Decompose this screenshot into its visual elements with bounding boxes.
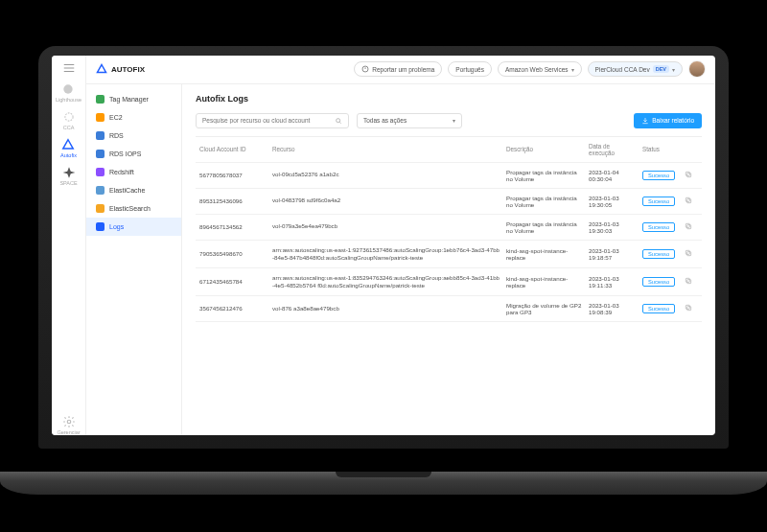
cell-date: 2023-01-03 19:30:05 [589, 195, 637, 208]
copy-button[interactable] [685, 197, 698, 205]
copy-button[interactable] [685, 304, 698, 312]
sidebar-item-ec2[interactable]: EC2 [86, 108, 181, 127]
sidebar-item-rds-iops[interactable]: RDS IOPS [86, 145, 181, 163]
sidebar-item-elasticache[interactable]: ElastiCache [86, 181, 181, 199]
sidebar-item-logs[interactable]: Logs [86, 218, 181, 236]
col-date: Data de execução [589, 143, 637, 156]
sidebar-item-label: Logs [109, 223, 124, 230]
cell-date: 2023-01-03 19:11:33 [589, 275, 637, 289]
hamburger-icon [62, 61, 76, 75]
svg-rect-5 [687, 173, 691, 177]
svg-rect-6 [686, 172, 689, 175]
col-status: Status [642, 146, 679, 152]
report-label: Reportar um problema [372, 66, 434, 73]
cell-status: Sucesso [642, 171, 679, 180]
rds-iops-icon [96, 150, 105, 158]
download-report-button[interactable]: Baixar relatório [634, 113, 702, 128]
alert-icon [361, 65, 369, 73]
table-row: 895312543609​6vol-0483798 sd9f6c0a4a2Pro… [196, 189, 702, 215]
sidebar-item-elasticsearch[interactable]: ElasticSearch [86, 199, 181, 218]
rail-item-space[interactable]: SPACE [59, 166, 77, 186]
table-row: 356745621247​6vol-876 a3a8e8ae479bcbMigr… [196, 296, 702, 322]
user-avatar[interactable] [688, 60, 706, 78]
sidebar-item-rds[interactable]: RDS [86, 127, 181, 145]
redshift-icon [96, 168, 105, 176]
svg-point-1 [64, 112, 72, 120]
global-nav-rail: Lighthouse CCA Autofix SPACE Gerenc [52, 56, 86, 435]
topbar: AUTOFIX Reportar um problema Português A… [86, 56, 715, 84]
svg-rect-16 [686, 306, 689, 310]
search-input[interactable] [202, 117, 331, 124]
tag-icon [96, 95, 105, 104]
cell-resource: arn:aws:autoscaling:us-east-1:9273615374… [272, 246, 500, 262]
cell-resource: vol-0483798 sd9f6c0a4a2 [272, 197, 500, 204]
sidebar-item-label: Redshift [109, 169, 134, 175]
download-label: Baixar relatório [652, 117, 694, 124]
svg-rect-7 [687, 199, 691, 203]
table-header: Cloud Account ID Recurso Descrição Data … [196, 137, 702, 163]
search-icon [335, 117, 342, 125]
copy-button[interactable] [685, 277, 698, 286]
status-badge: Sucesso [642, 197, 675, 206]
laptop-base [0, 472, 767, 495]
rail-item-manage[interactable]: Gerenciar [57, 415, 80, 435]
cell-description: Propagar tags da instância no Volume [506, 169, 583, 182]
rail-label: CCA [63, 125, 75, 130]
page-title: Autofix Logs [196, 94, 702, 104]
cell-resource: vol-079a3e5e4ea479bcb [272, 222, 500, 230]
cell-account: 671243546578​4 [199, 278, 267, 285]
svg-rect-13 [687, 280, 691, 284]
cell-date: 2023-01-03 19:08:39 [589, 302, 637, 315]
sidebar-item-label: ElasticSearch [109, 205, 151, 212]
rail-item-autofix[interactable]: Autofix [60, 138, 77, 158]
language-select[interactable]: Português [448, 61, 492, 77]
elasticsearch-icon [96, 204, 105, 213]
svg-rect-9 [687, 225, 691, 229]
chevron-down-icon: ▾ [453, 117, 455, 124]
cloud-provider-select[interactable]: Amazon Web Services ▾ [498, 61, 582, 77]
search-input-wrapper[interactable] [196, 113, 349, 128]
cell-description: Migração de volume de GP2 para GP3 [506, 302, 583, 315]
rail-item-cca[interactable]: CCA [62, 110, 76, 130]
account-select[interactable]: PierCloud CCA Dev DEV ▾ [588, 61, 683, 77]
cell-account: 790536549867​0 [199, 250, 267, 257]
table-row: 671243546578​4arn:aws:autoscaling:us-eas… [196, 268, 702, 296]
status-badge: Sucesso [642, 222, 675, 232]
svg-rect-14 [686, 279, 689, 283]
sidebar-item-label: ElastiCache [109, 187, 145, 194]
col-account: Cloud Account ID [199, 146, 267, 152]
status-badge: Sucesso [642, 304, 675, 313]
svg-rect-10 [686, 223, 689, 227]
copy-button[interactable] [685, 171, 698, 179]
copy-button[interactable] [685, 222, 698, 231]
rail-item-lighthouse[interactable]: Lighthouse [56, 82, 81, 103]
cell-status: Sucesso [642, 197, 679, 206]
table-row: 790536549867​0arn:aws:autoscaling:us-eas… [196, 241, 702, 268]
cell-account: 895312543609​6 [199, 197, 267, 204]
logs-table: Cloud Account ID Recurso Descrição Data … [196, 136, 702, 426]
brand-logo-icon [96, 63, 107, 75]
svg-rect-11 [687, 252, 691, 256]
sidebar-item-tag-manager[interactable]: Tag Manager [86, 90, 181, 108]
status-badge: Sucesso [642, 171, 675, 180]
report-problem-button[interactable]: Reportar um problema [354, 61, 442, 77]
menu-toggle[interactable] [62, 61, 76, 75]
action-filter-select[interactable]: Todas as ações ▾ [357, 113, 462, 128]
status-badge: Sucesso [642, 277, 675, 287]
sidebar-item-label: RDS [109, 132, 124, 139]
copy-button[interactable] [685, 249, 698, 258]
cell-date: 2023-01-04 00:30:04 [589, 169, 637, 182]
main-content: Autofix Logs Todas as ações ▾ [182, 84, 715, 435]
svg-point-2 [67, 420, 71, 424]
cell-status: Sucesso [642, 304, 679, 313]
cell-status: Sucesso [642, 249, 679, 259]
cell-description: Propagar tags da instância no Volume [506, 220, 583, 234]
sidebar-item-label: Tag Manager [109, 96, 149, 103]
cell-resource: arn:aws:autoscaling:us-east-1:8352947632… [272, 274, 500, 289]
svg-point-0 [64, 84, 73, 93]
sidebar: Tag Manager EC2 RDS RDS IOPS Redshift El… [86, 84, 182, 435]
cell-resource: vol-09cd5a52376 a1ab2c [272, 171, 500, 178]
sidebar-item-label: RDS IOPS [109, 150, 141, 157]
brand: AUTOFIX [96, 63, 145, 75]
sidebar-item-redshift[interactable]: Redshift [86, 163, 181, 181]
